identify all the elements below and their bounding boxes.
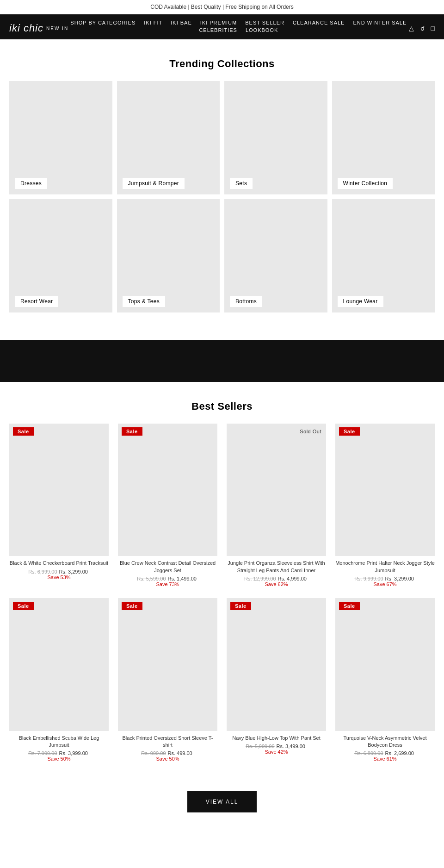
logo: iki chic (9, 22, 43, 34)
new-in-label: NEW IN (46, 26, 68, 31)
save-amount-7: Save 61% (373, 756, 396, 762)
product-image-0: Sale (9, 424, 109, 556)
collection-label-lounge-wear: Lounge Wear (338, 296, 383, 307)
product-image-2: Sold Out (227, 424, 326, 556)
collection-item-resort-wear[interactable]: Resort Wear (9, 199, 112, 312)
sale-price-1: Rs. 1,499.00 (168, 576, 197, 581)
sale-price-0: Rs. 3,299.00 (59, 569, 88, 575)
view-all-section: VIEW ALL (0, 782, 444, 831)
nav-link-celebrities[interactable]: CELEBRITIES (199, 27, 237, 33)
sale-badge: Sale (230, 602, 251, 610)
search-icon[interactable]: ☌ (420, 25, 425, 32)
collection-label-sets: Sets (230, 178, 253, 189)
original-price-7: Rs. 6,899.00 (354, 750, 383, 756)
product-image-4: Sale (9, 598, 109, 731)
product-name-3: Monochrome Print Halter Neck Jogger Styl… (335, 560, 435, 574)
collection-item-sets[interactable]: Sets (224, 81, 327, 194)
collection-label-winter-collection: Winter Collection (338, 178, 393, 189)
announcement-text: COD Available | Best Quality | Free Ship… (150, 4, 294, 10)
original-price-6: Rs. 5,999.00 (246, 743, 274, 749)
product-image-3: Sale (335, 424, 435, 556)
sale-price-7: Rs. 2,699.00 (385, 750, 414, 756)
product-image-1: Sale (118, 424, 217, 556)
collection-label-bottoms: Bottoms (230, 296, 262, 307)
product-card-4[interactable]: SaleBlack Embellished Scuba Wide Leg Jum… (9, 598, 109, 763)
product-card-1[interactable]: SaleBlue Crew Neck Contrast Detail Overs… (118, 424, 217, 589)
sale-price-3: Rs. 3,299.00 (385, 576, 414, 581)
nav-link-shop-by-categories[interactable]: SHOP BY CATEGORIES (70, 20, 136, 25)
collections-grid: DressesJumpsuit & RomperSetsWinter Colle… (9, 81, 435, 312)
sale-badge: Sale (122, 602, 142, 610)
cart-icon[interactable]: □ (431, 25, 435, 32)
product-image-6: Sale (227, 598, 326, 731)
announcement-bar: COD Available | Best Quality | Free Ship… (0, 0, 444, 14)
save-amount-3: Save 67% (373, 581, 396, 587)
save-amount-0: Save 53% (47, 575, 70, 580)
sale-badge: Sale (13, 602, 34, 610)
bestsellers-title: Best Sellers (9, 400, 435, 412)
nav-link-iki-bae[interactable]: IKI BAE (171, 20, 192, 25)
product-card-0[interactable]: SaleBlack & White Checkerboard Print Tra… (9, 424, 109, 589)
collection-label-tops-tees: Tops & Tees (123, 296, 165, 307)
save-amount-1: Save 73% (156, 581, 179, 587)
product-name-4: Black Embellished Scuba Wide Leg Jumpsui… (9, 735, 109, 749)
trending-title: Trending Collections (9, 58, 435, 70)
save-amount-5: Save 50% (156, 756, 179, 762)
product-name-5: Black Printed Oversized Short Sleeve T-s… (118, 735, 217, 749)
sold-out-badge: Sold Out (295, 427, 326, 436)
sale-badge: Sale (339, 427, 360, 436)
collection-item-jumpsuit-romper[interactable]: Jumpsuit & Romper (117, 81, 220, 194)
sale-price-5: Rs. 499.00 (168, 750, 192, 756)
black-banner (0, 340, 444, 382)
original-price-2: Rs. 12,999.00 (244, 576, 276, 581)
sale-badge: Sale (13, 427, 34, 436)
sale-badge: Sale (122, 427, 142, 436)
product-card-2[interactable]: Sold OutJungle Print Organza Sleeveless … (227, 424, 326, 589)
product-name-7: Turquoise V-Neck Asymmetric Velvet Bodyc… (335, 735, 435, 749)
navigation: iki chic NEW IN SHOP BY CATEGORIESIKI FI… (0, 14, 444, 39)
nav-link-iki-fit[interactable]: IKI FIT (144, 20, 162, 25)
sale-badge: Sale (339, 602, 360, 610)
nav-link-clearance-sale[interactable]: CLEARANCE SALE (293, 20, 345, 25)
collection-item-tops-tees[interactable]: Tops & Tees (117, 199, 220, 312)
nav-link-best-seller[interactable]: BEST SELLER (245, 20, 284, 25)
bestsellers-section: Best Sellers SaleBlack & White Checkerbo… (0, 400, 444, 782)
collection-label-dresses: Dresses (15, 178, 47, 189)
trending-collections-section: Trending Collections DressesJumpsuit & R… (0, 58, 444, 331)
product-image-7: Sale (335, 598, 435, 731)
sale-price-6: Rs. 3,499.00 (277, 743, 305, 749)
collection-label-resort-wear: Resort Wear (15, 296, 58, 307)
product-image-5: Sale (118, 598, 217, 731)
original-price-3: Rs. 9,999.00 (354, 576, 383, 581)
product-name-6: Navy Blue High-Low Top With Pant Set (227, 735, 326, 742)
original-price-4: Rs. 7,999.00 (28, 750, 57, 756)
nav-link-lookbook[interactable]: LOOKBOOK (246, 27, 278, 33)
products-grid: SaleBlack & White Checkerboard Print Tra… (9, 424, 435, 764)
collection-item-bottoms[interactable]: Bottoms (224, 199, 327, 312)
nav-link-end-winter-sale[interactable]: END WINTER SALE (353, 20, 407, 25)
view-all-button[interactable]: VIEW ALL (187, 791, 257, 812)
product-card-3[interactable]: SaleMonochrome Print Halter Neck Jogger … (335, 424, 435, 589)
original-price-0: Rs. 6,999.00 (28, 569, 57, 575)
nav-link-iki-premium[interactable]: IKI PREMIUM (200, 20, 237, 25)
product-name-1: Blue Crew Neck Contrast Detail Oversized… (118, 560, 217, 574)
product-name-2: Jungle Print Organza Sleeveless Shirt Wi… (227, 560, 326, 574)
sale-price-2: Rs. 4,999.00 (278, 576, 307, 581)
save-amount-2: Save 62% (265, 581, 288, 587)
collection-label-jumpsuit-romper: Jumpsuit & Romper (123, 178, 185, 189)
collection-item-winter-collection[interactable]: Winter Collection (332, 81, 435, 194)
account-icon[interactable]: △ (409, 25, 414, 32)
sale-price-4: Rs. 3,999.00 (59, 750, 88, 756)
save-amount-6: Save 42% (265, 749, 288, 755)
product-card-5[interactable]: SaleBlack Printed Oversized Short Sleeve… (118, 598, 217, 763)
original-price-1: Rs. 5,599.00 (137, 576, 166, 581)
product-name-0: Black & White Checkerboard Print Tracksu… (9, 560, 109, 567)
product-card-7[interactable]: SaleTurquoise V-Neck Asymmetric Velvet B… (335, 598, 435, 763)
product-card-6[interactable]: SaleNavy Blue High-Low Top With Pant Set… (227, 598, 326, 763)
collection-item-dresses[interactable]: Dresses (9, 81, 112, 194)
original-price-5: Rs. 999.00 (141, 750, 166, 756)
collection-item-lounge-wear[interactable]: Lounge Wear (332, 199, 435, 312)
save-amount-4: Save 50% (47, 756, 70, 762)
